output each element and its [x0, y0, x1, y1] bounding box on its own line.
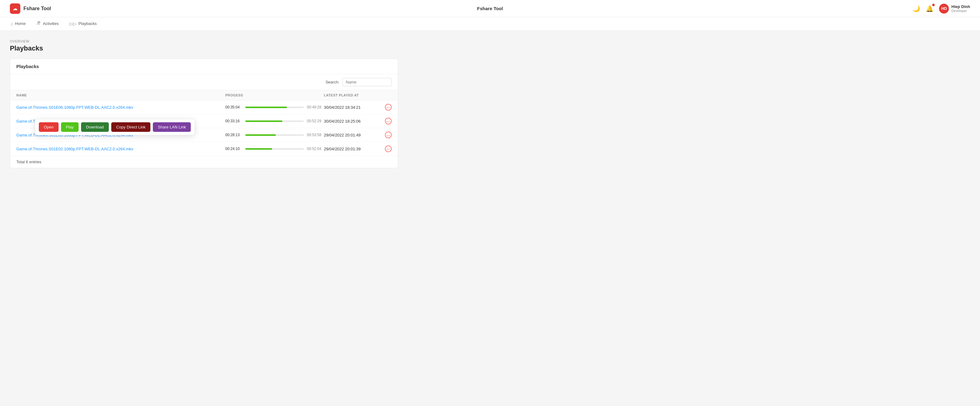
played-date: 30/04/2022 18:25:06: [324, 119, 361, 124]
delete-button[interactable]: —: [385, 118, 392, 124]
search-input[interactable]: [342, 78, 392, 86]
played-date: 29/04/2022 20:01:39: [324, 147, 361, 151]
user-name: Hiep Dinh: [951, 4, 970, 9]
logo-area: ☁ Fshare Tool: [10, 3, 51, 14]
progress-bar-bg: [245, 134, 304, 136]
progress-cell: 00:24:10 00:52:04: [225, 147, 324, 151]
svg-point-1: [39, 22, 40, 23]
activities-icon: [37, 21, 41, 26]
header-right: 🌙 🔔 HD Hiep Dinh Developer: [913, 4, 970, 14]
progress-bar-fill: [245, 121, 282, 122]
top-bar: ☁ Fshare Tool Fshare Tool 🌙 🔔 HD Hiep Di…: [0, 0, 980, 17]
progress-bar-bg: [245, 121, 304, 122]
progress-current: 00:35:04: [225, 105, 242, 109]
nav-playbacks[interactable]: ▷▷ Playbacks: [69, 17, 97, 31]
progress-cell: 00:33:16 00:52:29: [225, 119, 324, 123]
delete-button[interactable]: —: [385, 145, 392, 152]
open-button[interactable]: Open: [39, 122, 59, 132]
progress-cell: 00:28:13 00:53:58: [225, 133, 324, 137]
nav-home-label: Home: [15, 21, 25, 26]
file-link[interactable]: Game.of.Thrones.S01E02.1080p.FPT.WEB-DL.…: [16, 147, 225, 151]
nav-bar: ⌂ Home Activities ▷▷ Playbacks: [0, 17, 980, 31]
played-cell: 29/04/2022 20:01:39 —: [324, 145, 392, 152]
search-label: Search:: [325, 80, 339, 84]
played-cell: 30/04/2022 18:25:06 —: [324, 118, 392, 124]
overview-label: OVERVIEW: [10, 40, 422, 43]
playbacks-card: Playbacks Search: NAME PROGESS LATEST PL…: [10, 59, 398, 168]
progress-total: 00:49:28: [307, 105, 324, 109]
nav-activities[interactable]: Activities: [36, 17, 59, 31]
progress-total: 00:52:04: [307, 147, 324, 151]
main-content: OVERVIEW Playbacks Playbacks Search: NAM…: [0, 31, 431, 177]
progress-bar-fill: [245, 106, 287, 108]
progress-cell: 00:35:04 00:49:28: [225, 105, 324, 109]
progress-current: 00:28:13: [225, 133, 242, 137]
progress-current: 00:33:16: [225, 119, 242, 123]
logo-icon: ☁: [10, 3, 20, 14]
page-title: Playbacks: [10, 44, 422, 52]
col-progress: PROGESS: [225, 94, 324, 97]
nav-activities-label: Activities: [43, 21, 59, 26]
nav-playbacks-label: Playbacks: [78, 21, 97, 26]
progress-bar-bg: [245, 106, 304, 108]
avatar: HD: [939, 4, 949, 14]
theme-toggle-icon[interactable]: 🌙: [913, 5, 920, 12]
user-info: Hiep Dinh Developer: [951, 4, 970, 13]
app-name: Fshare Tool: [24, 6, 51, 11]
table-row[interactable]: Game.of.Thrones.S01E06.1080p.FPT.WEB-DL.…: [10, 100, 398, 114]
progress-total: 00:52:29: [307, 119, 324, 123]
download-button[interactable]: Download: [81, 122, 109, 132]
delete-button[interactable]: —: [385, 104, 392, 111]
played-date: 30/04/2022 18:34:21: [324, 105, 361, 109]
card-footer: Total 6 entries: [10, 156, 398, 168]
table-row[interactable]: Game.of.Thrones.S01E02.1080p.FPT.WEB-DL.…: [10, 142, 398, 156]
nav-home[interactable]: ⌂ Home: [10, 17, 26, 31]
notifications-icon[interactable]: 🔔: [926, 5, 934, 12]
progress-total: 00:53:58: [307, 133, 324, 137]
play-button[interactable]: Play: [61, 122, 79, 132]
search-row: Search:: [10, 74, 398, 90]
user-role: Developer: [951, 9, 970, 13]
top-bar-title: Fshare Tool: [477, 6, 503, 11]
progress-bar-fill: [245, 134, 276, 136]
played-cell: 29/04/2022 20:01:49 —: [324, 132, 392, 138]
delete-button[interactable]: —: [385, 132, 392, 138]
card-header: Playbacks: [10, 59, 398, 74]
progress-bar-bg: [245, 148, 304, 150]
played-cell: 30/04/2022 18:34:21 —: [324, 104, 392, 111]
playbacks-icon: ▷▷: [70, 21, 76, 26]
played-date: 29/04/2022 20:01:49: [324, 133, 361, 137]
table-header: NAME PROGESS LATEST PLAYED AT: [10, 90, 398, 100]
progress-current: 00:24:10: [225, 147, 242, 151]
share-lan-link-button[interactable]: Share LAN Link: [153, 122, 191, 132]
col-name: NAME: [16, 94, 225, 97]
home-icon: ⌂: [11, 21, 13, 26]
notification-badge: [932, 4, 935, 6]
user-menu[interactable]: HD Hiep Dinh Developer: [939, 4, 970, 14]
file-link[interactable]: Game.of.Thrones.S01E06.1080p.FPT.WEB-DL.…: [16, 105, 225, 109]
progress-bar-fill: [245, 148, 272, 150]
col-played-at: LATEST PLAYED AT: [324, 94, 392, 97]
context-menu: Open Play Download Copy Direct Link Shar…: [35, 119, 195, 135]
copy-direct-link-button[interactable]: Copy Direct Link: [111, 122, 150, 132]
